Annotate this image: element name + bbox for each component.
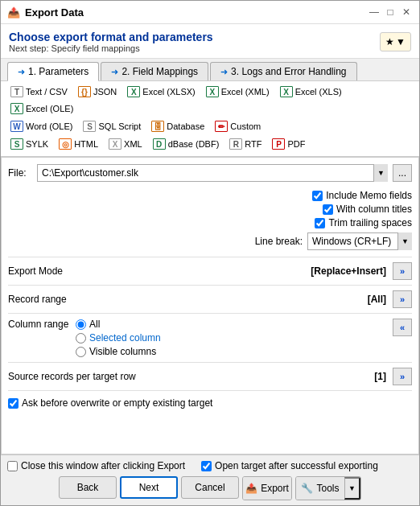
linebreak-label: Line break: bbox=[255, 236, 303, 247]
format-excel-xls[interactable]: X Excel (XLS) bbox=[275, 84, 347, 100]
next-button[interactable]: Next bbox=[120, 476, 178, 499]
maximize-button[interactable]: □ bbox=[384, 6, 397, 19]
excel-xls-icon: X bbox=[280, 86, 293, 97]
close-button[interactable]: ✕ bbox=[400, 6, 413, 19]
column-range-label: Column range bbox=[8, 319, 72, 330]
html-label: HTML bbox=[74, 139, 98, 149]
file-combo: C:\Export\customer.slk ▼ bbox=[37, 164, 388, 182]
content-area: File: C:\Export\customer.slk ▼ ... Inclu… bbox=[1, 157, 419, 455]
format-word-ole[interactable]: W Word (OLE) bbox=[6, 118, 77, 134]
format-rtf[interactable]: R RTF bbox=[224, 136, 266, 152]
source-records-nav-button[interactable]: » bbox=[393, 368, 412, 385]
json-icon: {} bbox=[78, 86, 91, 97]
excel-xls-label: Excel (XLS) bbox=[295, 87, 342, 97]
tab-field-mappings[interactable]: ➜ 2. Field Mappings bbox=[101, 62, 208, 80]
html-icon: ◎ bbox=[59, 138, 72, 150]
dropdown-arrow-icon: ▼ bbox=[396, 36, 406, 47]
include-memo-checkbox[interactable] bbox=[312, 191, 323, 201]
star-dropdown-button[interactable]: ★ ▼ bbox=[380, 32, 411, 51]
rtf-label: RTF bbox=[245, 139, 261, 149]
column-range-nav-button[interactable]: « bbox=[393, 319, 412, 336]
format-database[interactable]: 🗄 Database bbox=[146, 118, 209, 134]
sylk-icon: S bbox=[10, 138, 23, 150]
with-column-titles-row: With column titles bbox=[323, 204, 412, 215]
format-text-csv[interactable]: T Text / CSV bbox=[6, 84, 72, 100]
json-label: JSON bbox=[93, 87, 117, 97]
cancel-button[interactable]: Cancel bbox=[181, 476, 239, 499]
column-range-all-radio[interactable] bbox=[76, 319, 86, 330]
tools-dropdown-button[interactable]: ▼ bbox=[344, 477, 360, 500]
excel-xlsx-label: Excel (XLSX) bbox=[142, 87, 195, 97]
title-bar-left: 📤 Export Data bbox=[7, 6, 84, 19]
header-text: Choose export format and parameters Next… bbox=[9, 31, 213, 53]
column-range-visible-radio[interactable] bbox=[76, 347, 86, 357]
database-icon: 🗄 bbox=[151, 121, 164, 132]
format-dbase-dbf[interactable]: D dBase (DBF) bbox=[148, 136, 224, 152]
file-browse-button[interactable]: ... bbox=[393, 164, 412, 182]
trim-trailing-spaces-label: Trim trailing spaces bbox=[328, 217, 412, 228]
tabs-bar: ➜ 1. Parameters ➜ 2. Field Mappings ➜ 3.… bbox=[1, 59, 419, 81]
file-row: File: C:\Export\customer.slk ▼ ... bbox=[8, 164, 412, 182]
close-window-label: Close this window after clicking Export bbox=[21, 460, 185, 471]
open-target-checkbox[interactable] bbox=[201, 461, 212, 471]
close-window-check: Close this window after clicking Export bbox=[7, 460, 185, 471]
sql-script-label: SQL Script bbox=[98, 121, 141, 131]
record-range-nav-button[interactable]: » bbox=[393, 290, 412, 308]
column-range-selected-label[interactable]: Selected column bbox=[89, 332, 161, 344]
format-excel-xlsx[interactable]: X Excel (XLSX) bbox=[122, 84, 200, 100]
tools-button-group: 🔧 Tools ▼ bbox=[295, 476, 361, 500]
format-xml[interactable]: X XML bbox=[104, 136, 147, 152]
format-sylk[interactable]: S SYLK bbox=[6, 136, 53, 152]
tab-parameters[interactable]: ➜ 1. Parameters bbox=[7, 62, 99, 81]
minimize-button[interactable]: — bbox=[368, 6, 381, 19]
excel-xlsx-icon: X bbox=[127, 86, 140, 97]
tab-logs[interactable]: ➜ 3. Logs and Error Handling bbox=[210, 62, 356, 80]
window-title: Export Data bbox=[25, 6, 84, 19]
file-select[interactable]: C:\Export\customer.slk bbox=[37, 164, 388, 182]
title-bar-controls: — □ ✕ bbox=[368, 6, 413, 19]
back-button[interactable]: Back bbox=[59, 476, 117, 499]
export-button[interactable]: 📤 Export bbox=[243, 477, 291, 500]
format-sql-script[interactable]: S SQL Script bbox=[78, 118, 146, 134]
column-range-visible-row: Visible columns bbox=[76, 346, 389, 357]
export-icon: 📤 bbox=[245, 483, 257, 494]
source-records-value: [1] bbox=[374, 371, 386, 382]
header-title: Choose export format and parameters bbox=[9, 31, 213, 43]
include-memo-row: Include Memo fields bbox=[312, 190, 412, 201]
format-custom[interactable]: ✏ Custom bbox=[210, 118, 266, 134]
source-records-row: Source records per target row [1] » bbox=[8, 362, 412, 390]
file-label: File: bbox=[8, 167, 32, 179]
linebreak-select[interactable]: Windows (CR+LF) Unix (LF) Mac (CR) bbox=[307, 232, 412, 250]
tools-button[interactable]: 🔧 Tools bbox=[296, 477, 344, 500]
dbase-label: dBase (DBF) bbox=[168, 139, 220, 149]
column-range-selected-radio[interactable] bbox=[76, 333, 86, 344]
export-button-group: 📤 Export bbox=[242, 476, 292, 500]
word-ole-label: Word (OLE) bbox=[26, 121, 72, 131]
trim-trailing-spaces-row: Trim trailing spaces bbox=[315, 217, 412, 228]
custom-label: Custom bbox=[230, 121, 261, 131]
export-mode-nav-button[interactable]: » bbox=[393, 262, 412, 280]
close-window-checkbox[interactable] bbox=[7, 461, 18, 471]
export-mode-label: Export Mode bbox=[8, 265, 307, 277]
star-icon: ★ bbox=[385, 36, 394, 47]
xml-icon: X bbox=[109, 138, 121, 150]
title-bar: 📤 Export Data — □ ✕ bbox=[1, 1, 419, 24]
database-label: Database bbox=[167, 121, 204, 131]
column-range-options: All Selected column Visible columns bbox=[76, 319, 389, 357]
format-pdf[interactable]: P PDF bbox=[267, 136, 310, 152]
with-column-titles-checkbox[interactable] bbox=[323, 204, 333, 215]
tab-arrow-3: ➜ bbox=[220, 67, 228, 77]
column-range-selected-row: Selected column bbox=[76, 332, 389, 344]
trim-trailing-spaces-checkbox[interactable] bbox=[315, 218, 325, 228]
format-json[interactable]: {} JSON bbox=[73, 84, 121, 100]
format-excel-xml[interactable]: X Excel (XML) bbox=[201, 84, 274, 100]
format-excel-ole[interactable]: X Excel (OLE) bbox=[6, 101, 78, 117]
format-toolbar: T Text / CSV {} JSON X Excel (XLSX) X Ex… bbox=[1, 81, 419, 157]
column-range-visible-label: Visible columns bbox=[89, 346, 156, 357]
bottom-checkboxes: Close this window after clicking Export … bbox=[7, 460, 413, 471]
format-html[interactable]: ◎ HTML bbox=[54, 136, 103, 152]
open-target-label: Open target after successful exporting bbox=[215, 460, 378, 471]
word-ole-icon: W bbox=[10, 121, 23, 132]
ask-overwrite-label: Ask before overwrite or empty existing t… bbox=[22, 397, 212, 409]
ask-overwrite-checkbox[interactable] bbox=[8, 398, 19, 409]
